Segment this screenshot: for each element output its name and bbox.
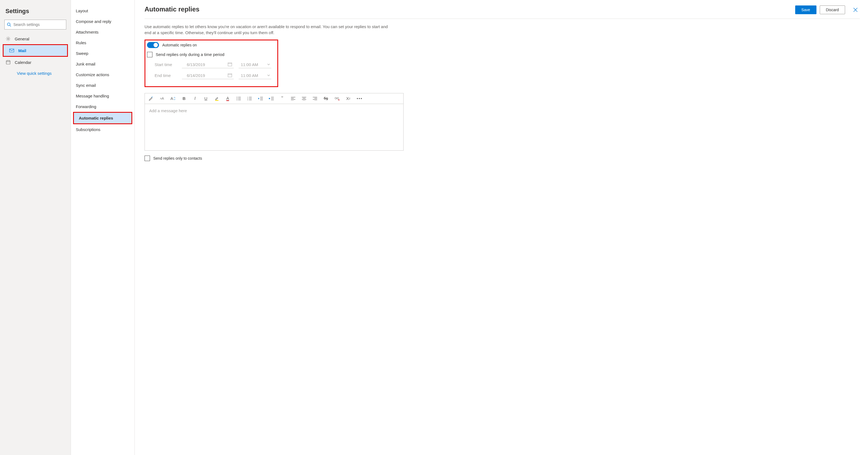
svg-rect-4 [6,61,10,64]
close-button[interactable] [851,5,860,14]
calendar-icon [228,62,232,66]
end-time-dropdown[interactable]: 11:00 AM [239,72,271,79]
calendar-icon [5,59,11,65]
align-left-icon[interactable] [291,95,296,102]
reply-message-textarea[interactable] [145,104,403,150]
highlight-icon[interactable] [214,95,219,102]
subnav-subscriptions[interactable]: Subscriptions [71,124,134,135]
svg-point-16 [237,98,237,98]
bold-icon[interactable]: B [182,95,187,102]
discard-button[interactable]: Discard [820,5,845,14]
subnav-compose-reply[interactable]: Compose and reply [71,16,134,27]
start-date-picker[interactable]: 6/13/2019 [182,61,234,68]
calendar-icon [228,73,232,78]
panel-title: Automatic replies [145,5,199,13]
panel-description: Use automatic replies to let others know… [145,24,395,36]
contacts-only-label: Send replies only to contacts [153,156,202,161]
end-date-value: 6/14/2019 [187,73,205,78]
subnav-forwarding[interactable]: Forwarding [71,101,134,112]
end-time-value: 11:00 AM [241,73,258,78]
numbered-list-icon[interactable]: 123 [247,95,252,102]
search-settings-box[interactable] [4,20,66,29]
toggle-label: Automatic replies on [162,43,197,47]
subnav-layout[interactable]: Layout [71,5,134,16]
highlighted-schedule-block: Automatic replies on Send replies only d… [145,39,278,87]
svg-point-17 [237,99,237,100]
increase-indent-icon[interactable] [269,95,274,102]
subnav-automatic-replies[interactable]: Automatic replies [74,113,131,123]
subnav-junk-email[interactable]: Junk email [71,59,134,69]
settings-sidebar: Settings General Mail Calendar View quic… [0,0,71,455]
svg-text:3: 3 [247,99,248,101]
svg-line-1 [10,25,11,26]
settings-title: Settings [0,3,71,20]
nav-item-mail[interactable]: Mail [4,45,67,56]
subnav-message-handling[interactable]: Message handling [71,91,134,101]
start-time-label: Start time [155,62,182,67]
time-period-label: Send replies only during a time period [156,52,224,57]
contacts-only-checkbox[interactable] [145,155,150,161]
align-right-icon[interactable] [312,95,317,102]
chevron-down-icon [267,74,270,77]
decrease-indent-icon[interactable] [258,95,263,102]
italic-icon[interactable]: I [192,95,197,102]
search-icon [7,22,11,27]
svg-point-15 [237,96,237,97]
view-quick-settings-link[interactable]: View quick settings [0,68,71,79]
start-date-value: 6/13/2019 [187,62,205,67]
mail-settings-subnav: Layout Compose and reply Attachments Rul… [71,0,135,455]
reply-message-editor: AA A B I U A 123 " [145,93,404,151]
remove-link-icon[interactable] [334,95,340,102]
subnav-sync-email[interactable]: Sync email [71,80,134,91]
font-color-icon[interactable]: A [225,95,230,102]
align-center-icon[interactable] [302,95,307,102]
nav-label-general: General [15,36,29,41]
font-family-icon[interactable]: AA [159,95,164,102]
more-options-icon[interactable]: ••• [357,95,363,102]
font-size-icon[interactable]: A [170,95,176,102]
quote-icon[interactable]: " [280,95,285,102]
nav-item-calendar[interactable]: Calendar [0,57,71,68]
bullet-list-icon[interactable] [236,95,241,102]
svg-rect-10 [228,63,232,66]
subnav-rules[interactable]: Rules [71,37,134,48]
paint-format-icon[interactable] [149,95,154,102]
nav-label-calendar: Calendar [15,60,31,65]
search-settings-input[interactable] [13,22,64,27]
svg-rect-12 [228,74,232,77]
svg-rect-3 [9,49,14,52]
automatic-replies-panel: Automatic replies Save Discard Use autom… [135,0,868,455]
subnav-customize-actions[interactable]: Customize actions [71,69,134,80]
nav-label-mail: Mail [18,48,26,53]
subnav-sweep[interactable]: Sweep [71,48,134,59]
superscript-icon[interactable]: X2 [346,95,351,102]
close-icon [853,7,858,12]
end-time-label: End time [155,73,182,78]
insert-link-icon[interactable] [323,95,328,102]
svg-point-2 [7,38,9,39]
chevron-down-icon [267,63,270,66]
start-time-value: 11:00 AM [241,62,258,67]
automatic-replies-toggle[interactable] [147,42,159,48]
nav-item-general[interactable]: General [0,33,71,44]
save-button[interactable]: Save [795,5,816,14]
time-period-checkbox[interactable] [147,52,152,57]
svg-point-0 [7,23,10,26]
underline-icon[interactable]: U [204,95,208,102]
mail-icon [9,48,14,53]
end-date-picker[interactable]: 6/14/2019 [182,72,234,79]
start-time-dropdown[interactable]: 11:00 AM [239,61,271,68]
subnav-attachments[interactable]: Attachments [71,27,134,37]
editor-toolbar: AA A B I U A 123 " [145,93,403,104]
gear-icon [5,36,11,41]
